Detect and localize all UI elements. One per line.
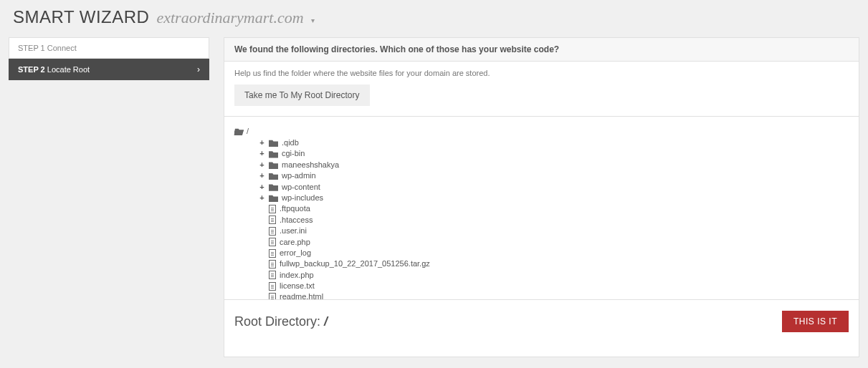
folder-icon: [269, 150, 278, 158]
tree-file-row[interactable]: +.ftpquota: [259, 203, 849, 214]
file-icon: [269, 260, 276, 268]
tree-file-row[interactable]: +index.php: [259, 270, 849, 281]
tree-file-row[interactable]: +.htaccess: [259, 215, 849, 226]
content-area: We found the following directories. Whic…: [224, 37, 859, 357]
tree-file-row[interactable]: +readme.html: [259, 291, 849, 300]
file-icon: [269, 293, 276, 300]
root-directory-label: Root Directory: /: [234, 314, 328, 329]
footer-panel: Root Directory: / THIS IS IT: [224, 300, 859, 357]
tree-item-label: license.txt: [280, 281, 315, 291]
file-icon: [269, 282, 276, 291]
tree-file-row[interactable]: +license.txt: [259, 281, 849, 291]
tree-item-label: .htaccess: [280, 215, 313, 226]
header: SMART WIZARD extraordinarymart.com ▾: [0, 0, 868, 37]
tree-folder-row[interactable]: +cgi-bin: [259, 148, 849, 159]
folder-open-icon: [234, 127, 244, 135]
file-icon: [269, 227, 276, 236]
root-directory-path: /: [324, 314, 328, 329]
expand-icon[interactable]: +: [259, 170, 265, 181]
tree-file-row[interactable]: +.user.ini: [259, 226, 849, 236]
tree-file-row[interactable]: +error_log: [259, 248, 849, 258]
panel-heading: We found the following directories. Whic…: [224, 37, 859, 61]
tree-item-label: care.php: [280, 237, 310, 248]
tree-folder-row[interactable]: +wp-admin: [259, 170, 849, 181]
tree-item-label: wp-content: [282, 182, 320, 193]
tree-item-label: error_log: [280, 248, 311, 258]
tree-item-label: cgi-bin: [282, 148, 305, 159]
confirm-root-button[interactable]: THIS IS IT: [782, 311, 849, 332]
tree-item-label: .user.ini: [280, 226, 307, 236]
tree-item-label: .qidb: [282, 137, 299, 148]
file-icon: [269, 271, 276, 279]
tree-item-label: maneeshshakya: [282, 160, 339, 170]
tree-root-label: /: [247, 127, 249, 135]
expand-icon[interactable]: +: [259, 182, 265, 193]
expand-icon[interactable]: +: [259, 148, 265, 159]
step-locate-root[interactable]: STEP 2 Locate Root ›: [9, 59, 209, 80]
folder-icon: [269, 161, 278, 169]
file-icon: [269, 238, 276, 246]
tree-file-row[interactable]: +care.php: [259, 237, 849, 248]
tree-folder-row[interactable]: +.qidb: [259, 137, 849, 148]
domain-caret-icon[interactable]: ▾: [311, 16, 315, 24]
chevron-right-icon: ›: [197, 64, 200, 74]
tree-root-row[interactable]: /: [234, 127, 849, 135]
help-text: Help us find the folder where the websit…: [234, 69, 849, 77]
tree-folder-row[interactable]: +wp-content: [259, 182, 849, 193]
domain-label: extraordinarymart.com: [156, 9, 303, 27]
directory-tree[interactable]: / +.qidb+cgi-bin+maneeshshakya+wp-admin+…: [224, 117, 859, 300]
expand-icon[interactable]: +: [259, 193, 265, 203]
tree-folder-row[interactable]: +wp-includes: [259, 193, 849, 203]
file-icon: [269, 216, 276, 224]
tree-folder-row[interactable]: +maneeshshakya: [259, 160, 849, 170]
tree-item-label: wp-includes: [282, 193, 323, 203]
step-connect[interactable]: STEP 1 Connect: [9, 37, 209, 59]
expand-icon[interactable]: +: [259, 137, 265, 148]
take-me-root-button[interactable]: Take me To My Root Directory: [234, 84, 370, 106]
tree-item-label: .ftpquota: [280, 203, 310, 214]
folder-icon: [269, 183, 278, 191]
tree-item-label: readme.html: [280, 291, 323, 300]
panel-body: Help us find the folder where the websit…: [224, 61, 859, 117]
tree-item-label: fullwp_backup_10_22_2017_051256.tar.gz: [280, 258, 430, 269]
folder-icon: [269, 194, 278, 202]
tree-item-label: wp-admin: [282, 170, 316, 181]
app-title: SMART WIZARD: [13, 7, 149, 27]
tree-item-label: index.php: [280, 270, 314, 281]
folder-icon: [269, 139, 278, 147]
file-icon: [269, 249, 276, 258]
folder-icon: [269, 172, 278, 180]
expand-icon[interactable]: +: [259, 160, 265, 170]
tree-file-row[interactable]: +fullwp_backup_10_22_2017_051256.tar.gz: [259, 258, 849, 269]
file-icon: [269, 205, 276, 213]
wizard-sidebar: STEP 1 Connect STEP 2 Locate Root ›: [9, 37, 209, 357]
